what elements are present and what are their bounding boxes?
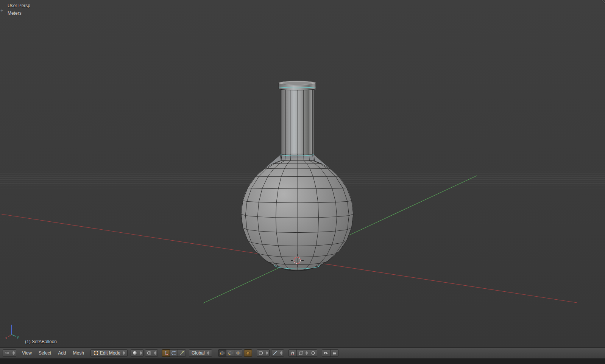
manipulator-toggle-group (162, 349, 186, 357)
dropdown-arrows-icon (306, 351, 308, 355)
mode-dropdown-label: Edit Mode (100, 350, 120, 356)
viewport-shading-dropdown[interactable] (131, 349, 143, 357)
menu-add[interactable]: Add (55, 349, 69, 357)
menu-view[interactable]: View (19, 349, 35, 357)
editor-3d-view-icon (4, 350, 10, 356)
viewport-header: View Select Add Mesh Edit Mode (0, 347, 605, 359)
toolbar-expand-handle[interactable]: + (0, 8, 3, 13)
magnet-icon (290, 350, 295, 356)
scene-canvas: yx (0, 0, 605, 347)
falloff-dropdown[interactable] (271, 349, 284, 357)
pivot-median-icon (147, 350, 152, 356)
orientation-label: Global (192, 350, 205, 356)
dropdown-arrows-icon (140, 351, 142, 355)
snap-target-dropdown[interactable] (309, 349, 317, 357)
manipulator-translate-button[interactable] (162, 349, 170, 357)
header-menubar: View Select Add Mesh (19, 349, 87, 357)
dropdown-arrows-icon (154, 351, 156, 355)
scale-manipulator-icon (179, 350, 184, 356)
edge-select-button[interactable] (226, 349, 234, 357)
rotate-manipulator-icon (171, 350, 176, 356)
dropdown-arrows-icon (207, 351, 209, 355)
unit-label: Meters (8, 11, 22, 16)
camera-icon (323, 350, 329, 356)
select-mode-group (218, 349, 242, 357)
svg-text:x: x (5, 336, 7, 340)
snap-element-dropdown[interactable] (296, 349, 309, 357)
blender-window: yx User Persp Meters (1) SetABalloon + V… (0, 0, 605, 364)
view-name-label: User Persp (8, 3, 30, 8)
limit-selection-to-visible-button[interactable] (244, 349, 252, 357)
dropdown-arrows-icon (280, 351, 282, 355)
3d-viewport[interactable]: yx User Persp Meters (1) SetABalloon + (0, 0, 605, 347)
proportional-edit-dropdown[interactable] (257, 349, 270, 357)
svg-text:y: y (17, 335, 19, 339)
dropdown-arrows-icon (266, 351, 268, 355)
snap-target-icon (310, 350, 316, 356)
mode-dropdown[interactable]: Edit Mode (90, 349, 128, 357)
snap-group (288, 349, 317, 357)
opengl-render-group (322, 349, 338, 357)
edit-mode-icon (93, 350, 98, 356)
edge-select-icon (228, 350, 233, 356)
dropdown-arrows-icon (12, 351, 15, 355)
object-info-label: (1) SetABalloon (25, 339, 57, 344)
pivot-point-dropdown[interactable] (145, 349, 158, 357)
orientation-dropdown[interactable]: Global (189, 349, 212, 357)
face-select-button[interactable] (234, 349, 242, 357)
menu-mesh[interactable]: Mesh (70, 349, 87, 357)
shading-solid-sphere-icon (132, 350, 137, 356)
dropdown-arrows-icon (123, 351, 125, 355)
menu-select[interactable]: Select (35, 349, 55, 357)
manipulator-rotate-button[interactable] (170, 349, 178, 357)
opengl-render-button[interactable] (322, 349, 331, 357)
vertex-select-button[interactable] (218, 349, 226, 357)
smooth-falloff-curve-icon (273, 350, 278, 356)
translate-manipulator-icon (163, 350, 168, 356)
snap-increment-icon (298, 350, 303, 356)
occlude-geometry-icon (245, 350, 251, 356)
film-clapper-icon (332, 350, 337, 356)
proportional-edit-icon (258, 350, 264, 356)
manipulator-scale-button[interactable] (178, 349, 186, 357)
vertex-select-icon (220, 350, 225, 356)
editor-type-button[interactable] (3, 349, 16, 357)
window-bottom-edge (0, 359, 605, 364)
snap-toggle-button[interactable] (288, 349, 297, 357)
opengl-render-animation-button[interactable] (330, 349, 338, 357)
face-select-icon (235, 350, 241, 356)
